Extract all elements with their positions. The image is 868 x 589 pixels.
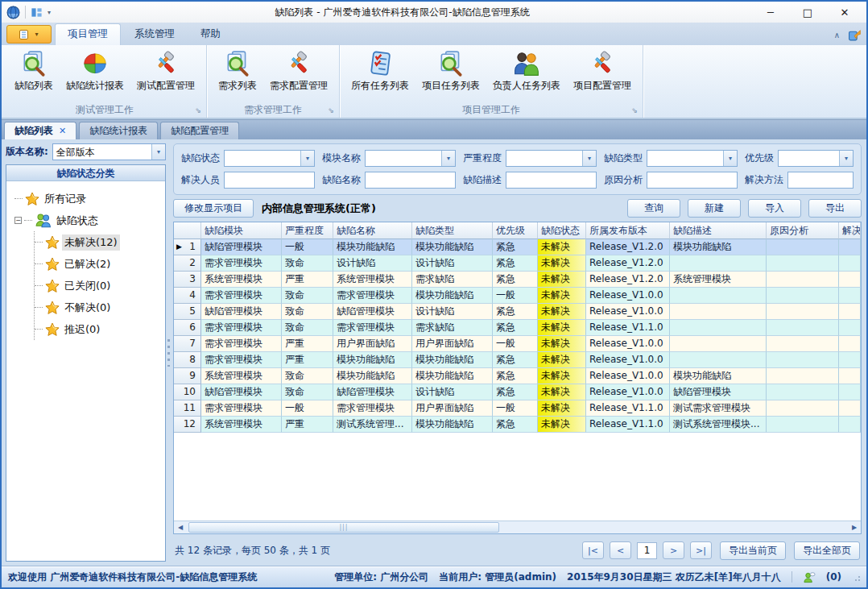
filter-combo[interactable]: ▾ bbox=[778, 150, 854, 167]
scrollbar-thumb[interactable]: ||| bbox=[188, 522, 499, 533]
ribbon-button[interactable]: 项目任务列表 bbox=[415, 47, 486, 94]
row-selector[interactable]: 10 bbox=[174, 384, 201, 400]
row-selector[interactable]: ▶1 bbox=[174, 239, 201, 255]
grid-column-header[interactable]: 缺陷名称 bbox=[333, 222, 412, 239]
import-button[interactable]: 导入 bbox=[748, 199, 801, 218]
ribbon-button[interactable]: 测试配置管理 bbox=[130, 47, 201, 94]
prev-page-button[interactable]: < bbox=[610, 541, 631, 559]
grid-column-header[interactable]: 缺陷状态 bbox=[538, 222, 586, 239]
ribbon-collapse-icon[interactable]: ∧ bbox=[834, 31, 840, 39]
sidebar-splitter[interactable] bbox=[166, 139, 172, 566]
grid-row[interactable]: 8需求管理模块严重模块功能缺陷模块功能缺陷紧急未解决Release_V1.0.0 bbox=[174, 352, 861, 368]
doc-tab[interactable]: 缺陷配置管理 bbox=[160, 122, 239, 139]
grid-column-header[interactable]: 缺陷类型 bbox=[412, 222, 493, 239]
row-selector[interactable]: 11 bbox=[174, 400, 201, 417]
filter-input[interactable] bbox=[224, 172, 315, 189]
user-message-icon[interactable] bbox=[803, 571, 816, 583]
filter-input[interactable] bbox=[365, 172, 456, 189]
row-selector[interactable]: 2 bbox=[174, 255, 201, 272]
tree-item[interactable]: 未解决(12) bbox=[35, 231, 163, 253]
grid-column-header[interactable]: 优先级 bbox=[493, 222, 538, 239]
chevron-down-icon[interactable]: ▾ bbox=[300, 151, 314, 166]
tree-item[interactable]: 推迟(0) bbox=[35, 318, 163, 340]
row-selector[interactable]: 9 bbox=[174, 368, 201, 384]
filter-combo[interactable]: ▾ bbox=[224, 150, 315, 167]
last-page-button[interactable]: >| bbox=[690, 541, 712, 559]
grid-row[interactable]: ▶1缺陷管理模块一般模块功能缺陷模块功能缺陷紧急未解决Release_V1.2.… bbox=[174, 239, 861, 255]
dialog-launcher-icon[interactable]: ⇘ bbox=[631, 107, 638, 114]
quick-access-icon[interactable] bbox=[31, 6, 43, 19]
grid-column-header[interactable]: 缺陷模块 bbox=[201, 222, 282, 239]
application-menu-button[interactable]: ▾ bbox=[6, 25, 52, 44]
next-page-button[interactable]: > bbox=[663, 541, 684, 559]
chevron-down-icon[interactable]: ▾ bbox=[723, 151, 737, 166]
horizontal-scrollbar[interactable]: ◀ ||| ▶ bbox=[174, 521, 861, 533]
chevron-down-icon[interactable]: ▾ bbox=[839, 151, 853, 166]
query-button[interactable]: 查询 bbox=[627, 199, 680, 218]
row-selector[interactable]: 6 bbox=[174, 320, 201, 336]
grid-row[interactable]: 6需求管理模块致命需求管理模块需求缺陷紧急未解决Release_V1.1.0 bbox=[174, 320, 861, 336]
first-page-button[interactable]: |< bbox=[582, 541, 604, 559]
filter-combo[interactable]: ▾ bbox=[365, 150, 456, 167]
grid-column-header[interactable]: 缺陷描述 bbox=[670, 222, 767, 239]
filter-combo[interactable]: ▾ bbox=[506, 150, 597, 167]
tree-item[interactable]: 已解决(2) bbox=[35, 253, 163, 275]
filter-input[interactable] bbox=[506, 172, 597, 189]
grid-row[interactable]: 3系统管理模块严重系统管理模块需求缺陷紧急未解决Release_V1.2.0系统… bbox=[174, 272, 861, 288]
row-selector[interactable]: 5 bbox=[174, 304, 201, 320]
grid-column-header[interactable]: 所属发布版本 bbox=[586, 222, 670, 239]
minimize-button[interactable]: ─ bbox=[754, 3, 787, 21]
scroll-right-icon[interactable]: ▶ bbox=[848, 521, 861, 533]
ribbon-tab[interactable]: 系统管理 bbox=[122, 24, 187, 45]
tree-item[interactable]: 已关闭(0) bbox=[35, 275, 163, 297]
chevron-down-icon[interactable]: ▾ bbox=[48, 9, 51, 16]
page-input[interactable] bbox=[637, 542, 657, 559]
collapse-node-icon[interactable]: − bbox=[14, 217, 22, 224]
grid-row[interactable]: 12系统管理模块严重测试系统管理...模块功能缺陷紧急未解决Release_V1… bbox=[174, 417, 861, 433]
row-selector[interactable]: 8 bbox=[174, 352, 201, 368]
new-button[interactable]: 新建 bbox=[688, 199, 741, 218]
dialog-launcher-icon[interactable]: ⇘ bbox=[195, 107, 201, 114]
ribbon-button[interactable]: 项目配置管理 bbox=[567, 47, 638, 94]
ribbon-button[interactable]: 所有任务列表 bbox=[345, 47, 415, 94]
grid-row[interactable]: 4需求管理模块致命需求管理模块模块功能缺陷一般未解决Release_V1.0.0 bbox=[174, 288, 861, 304]
ribbon-tab[interactable]: 项目管理 bbox=[55, 23, 121, 45]
doc-tab[interactable]: 缺陷列表✕ bbox=[4, 122, 76, 139]
scrollbar-track[interactable]: ||| bbox=[187, 521, 848, 533]
ribbon-tab[interactable]: 帮助 bbox=[188, 24, 233, 45]
dialog-launcher-icon[interactable]: ⇘ bbox=[328, 107, 334, 114]
version-combo[interactable]: 全部版本 ▾ bbox=[52, 143, 166, 160]
grid-row[interactable]: 7需求管理模块严重用户界面缺陷用户界面缺陷一般未解决Release_V1.0.0 bbox=[174, 336, 861, 352]
row-selector[interactable]: 7 bbox=[174, 336, 201, 352]
close-button[interactable]: ✕ bbox=[828, 3, 862, 21]
ribbon-button[interactable]: 缺陷统计报表 bbox=[60, 47, 130, 94]
chevron-down-icon[interactable]: ▾ bbox=[441, 151, 455, 166]
grid-row[interactable]: 10缺陷管理模块致命缺陷管理模块设计缺陷紧急未解决Release_V1.0.0缺… bbox=[174, 384, 861, 400]
export-current-page-button[interactable]: 导出当前页 bbox=[720, 541, 786, 560]
row-selector[interactable]: 4 bbox=[174, 288, 201, 304]
grid-row[interactable]: 2需求管理模块致命设计缺陷设计缺陷紧急未解决Release_V1.2.0 bbox=[174, 255, 861, 272]
filter-input[interactable] bbox=[787, 172, 854, 189]
close-tab-icon[interactable]: ✕ bbox=[59, 126, 66, 136]
grid-column-header[interactable]: 原因分析 bbox=[767, 222, 839, 239]
grid-row[interactable]: 9系统管理模块致命模块功能缺陷模块功能缺陷紧急未解决Release_V1.0.0… bbox=[174, 368, 861, 384]
ribbon-button[interactable]: 需求列表 bbox=[212, 47, 263, 94]
modify-display-button[interactable]: 修改显示项目 bbox=[173, 199, 254, 218]
chevron-down-icon[interactable]: ▾ bbox=[582, 151, 596, 166]
tree-item[interactable]: −缺陷状态 bbox=[14, 209, 163, 231]
help-icon[interactable] bbox=[848, 28, 862, 42]
filter-combo[interactable]: ▾ bbox=[647, 150, 738, 167]
grid-row[interactable]: 5缺陷管理模块致命缺陷管理模块设计缺陷紧急未解决Release_V1.0.0 bbox=[174, 304, 861, 320]
grid-column-header[interactable]: 严重程度 bbox=[282, 222, 333, 239]
ribbon-button[interactable]: 负责人任务列表 bbox=[486, 47, 567, 94]
grid-row[interactable]: 11需求管理模块一般需求管理模块用户界面缺陷一般未解决Release_V1.1.… bbox=[174, 400, 861, 417]
filter-input[interactable] bbox=[647, 172, 738, 189]
export-all-pages-button[interactable]: 导出全部页 bbox=[794, 541, 860, 560]
chevron-down-icon[interactable]: ▾ bbox=[151, 144, 165, 160]
tree-item[interactable]: 不解决(0) bbox=[35, 297, 163, 318]
maximize-button[interactable]: □ bbox=[791, 3, 825, 21]
tree-item[interactable]: 所有记录 bbox=[14, 188, 163, 209]
ribbon-button[interactable]: 需求配置管理 bbox=[263, 47, 334, 94]
export-button[interactable]: 导出 bbox=[808, 199, 862, 218]
resize-grip-icon[interactable] bbox=[852, 573, 860, 581]
